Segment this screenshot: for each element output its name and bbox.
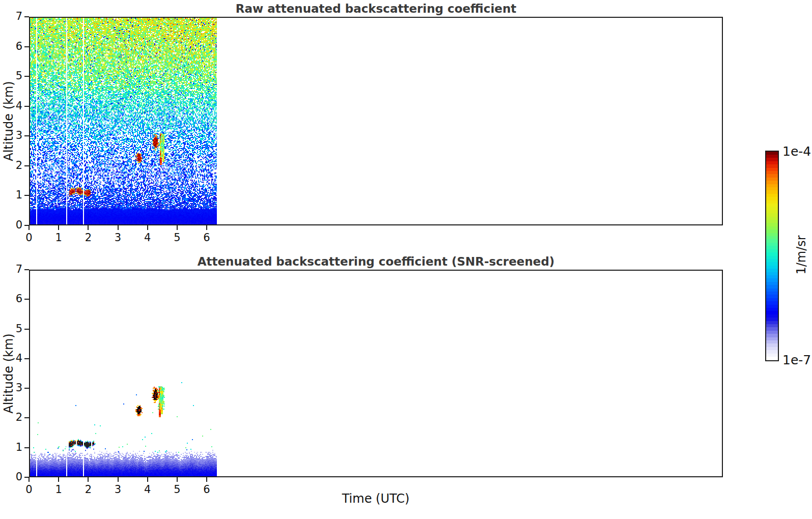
panel-raw [29, 17, 723, 225]
x-tick-label: 0 [25, 232, 32, 244]
x-tick [147, 225, 148, 230]
x-tick-label: 3 [115, 483, 121, 496]
y-tick-label: 1 [5, 441, 22, 453]
x-tick-label: 0 [25, 483, 32, 496]
x-tick-label: 5 [174, 232, 180, 244]
y-tick-label: 6 [5, 40, 22, 52]
x-tick [177, 225, 178, 230]
x-tick [147, 477, 148, 482]
y-tick-label: 0 [5, 219, 22, 231]
y-tick [24, 195, 29, 196]
y-tick-label: 3 [5, 382, 22, 394]
y-tick-label: 6 [5, 293, 22, 305]
colorbar-unit-label: 1/m/sr [794, 235, 808, 274]
x-tick [118, 477, 119, 482]
x-tick-label: 2 [85, 232, 92, 244]
y-tick [24, 299, 29, 300]
x-tick-label: 4 [144, 232, 151, 244]
colorbar-max-label: 1e-4 [782, 144, 811, 159]
y-tick [24, 16, 29, 17]
y-tick [24, 46, 29, 47]
y-tick [24, 225, 29, 226]
x-tick [58, 477, 59, 482]
x-tick [206, 225, 207, 230]
x-tick-label: 4 [144, 483, 151, 496]
y-tick [24, 76, 29, 77]
colorbar-min-label: 1e-7 [782, 353, 811, 367]
x-axis-label: Time (UTC) [342, 492, 410, 506]
y-tick [24, 269, 29, 270]
y-tick [24, 388, 29, 389]
panel-title-screened: Attenuated backscattering coefficient (S… [198, 255, 555, 268]
x-tick [118, 225, 119, 230]
y-tick [24, 135, 29, 136]
x-tick [29, 477, 30, 482]
y-tick-label: 5 [5, 70, 22, 82]
y-axis-label-raw: Altitude (km) [2, 81, 16, 161]
x-tick-label: 6 [203, 483, 210, 496]
x-tick [177, 477, 178, 482]
panel-title-raw: Raw attenuated backscattering coefficien… [236, 2, 517, 15]
panel-screened [29, 270, 723, 477]
x-tick [29, 225, 30, 230]
y-tick-label: 4 [5, 352, 22, 364]
x-tick [206, 477, 207, 482]
x-tick-label: 3 [115, 232, 121, 244]
y-tick-label: 2 [5, 411, 22, 423]
y-tick [24, 165, 29, 166]
y-tick [24, 106, 29, 107]
x-tick-label: 5 [174, 483, 180, 496]
colorbar [765, 151, 779, 361]
x-tick-label: 6 [203, 232, 210, 244]
y-tick [24, 477, 29, 478]
y-tick-label: 1 [5, 189, 22, 201]
x-tick [58, 225, 59, 230]
y-axis-label-screened: Altitude (km) [2, 333, 16, 413]
figure: Raw attenuated backscattering coefficien… [0, 0, 812, 519]
y-tick-label: 0 [5, 471, 22, 483]
x-tick [88, 477, 89, 482]
y-tick-label: 4 [5, 100, 22, 112]
x-tick [88, 225, 89, 230]
y-tick-label: 2 [5, 159, 22, 171]
screened-heatmap-canvas [30, 271, 217, 476]
colorbar-canvas [766, 152, 778, 360]
y-tick-label: 7 [5, 10, 22, 22]
y-tick-label: 5 [5, 323, 22, 335]
y-tick [24, 417, 29, 418]
y-tick [24, 447, 29, 448]
y-tick [24, 358, 29, 359]
x-tick-label: 1 [55, 232, 62, 244]
x-tick-label: 1 [55, 483, 62, 496]
y-tick-label: 3 [5, 129, 22, 141]
raw-heatmap-canvas [30, 18, 217, 224]
y-tick [24, 329, 29, 330]
y-tick-label: 7 [5, 263, 22, 275]
x-tick-label: 2 [85, 483, 92, 496]
